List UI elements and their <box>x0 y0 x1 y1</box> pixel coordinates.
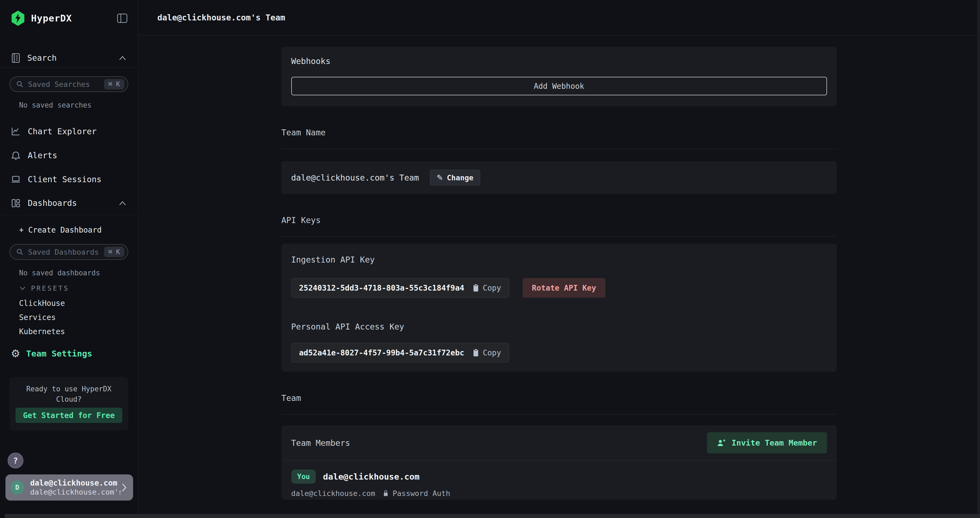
team-name-section-title: Team Name <box>282 128 837 138</box>
nav-label: Alerts <box>28 151 57 160</box>
add-webhook-button[interactable]: Add Webhook <box>291 77 827 95</box>
section-divider <box>282 236 837 237</box>
sidebar-item-dashboards[interactable]: Dashboards <box>0 191 138 215</box>
ingestion-key-copy-chip[interactable]: 25240312-5dd3-4718-803a-55c3c184f9a4 Cop… <box>291 278 509 298</box>
page-title: dale@clickhouse.com's Team <box>158 13 285 22</box>
team-section-title: Team <box>282 393 837 403</box>
clipboard-icon <box>472 348 479 357</box>
clipboard-icon <box>472 284 479 292</box>
member-details: dale@clickhouse.com Password Auth <box>291 489 827 497</box>
pencil-icon: ✎ <box>437 173 443 182</box>
nav-label: Chart Explorer <box>28 127 97 136</box>
get-started-button[interactable]: Get Started for Free <box>16 408 122 423</box>
app-root: HyperDX Search Saved Searches ⌘ K No sav… <box>0 0 980 518</box>
team-name-value: dale@clickhouse.com's Team <box>291 173 419 182</box>
app-title: HyperDX <box>31 13 72 24</box>
user-name: dale@clickhouse.com <box>30 478 121 488</box>
cloud-promo-text: Ready to use HyperDX Cloud? <box>16 384 122 405</box>
personal-key-value: ad52a41e-8027-4f57-99b4-5a7c31f72ebc <box>299 348 465 357</box>
settings-scroll-area[interactable]: Webhooks Add Webhook Team Name dale@clic… <box>138 35 980 518</box>
presets-label: PRESETS <box>31 284 69 292</box>
member-row: You dale@clickhouse.com dale@clickhouse.… <box>282 461 837 500</box>
auth-method: Password Auth <box>393 489 450 497</box>
sidebar-item-client-sessions[interactable]: Client Sessions <box>0 167 138 191</box>
shortcut-badge: ⌘ K <box>104 79 124 89</box>
member-email: dale@clickhouse.com <box>291 489 375 497</box>
vertical-scrollbar[interactable] <box>977 0 980 518</box>
sidebar-item-alerts[interactable]: Alerts <box>0 143 138 167</box>
cloud-promo-line2: Cloud? <box>16 394 122 405</box>
no-saved-dashboards-text: No saved dashboards <box>19 269 138 277</box>
dashboards-icon <box>11 198 21 208</box>
invite-label: Invite Team Member <box>732 438 817 448</box>
create-dashboard-button[interactable]: + Create Dashboard <box>19 225 138 235</box>
ingestion-key-row: 25240312-5dd3-4718-803a-55c3c184f9a4 Cop… <box>291 278 827 298</box>
avatar: D <box>10 480 24 494</box>
cloud-promo-card: Ready to use HyperDX Cloud? Get Started … <box>10 377 128 430</box>
user-meta: dale@clickhouse.com dale@clickhouse.com'… <box>30 478 121 496</box>
team-members-header: Team Members Invite Team Member <box>282 426 837 460</box>
preset-list: ClickHouse Services Kubernetes <box>0 296 138 338</box>
logo-row: HyperDX <box>0 11 138 26</box>
page-header: dale@clickhouse.com's Team <box>138 0 980 35</box>
section-divider <box>282 414 837 414</box>
personal-key-copy-chip[interactable]: ad52a41e-8027-4f57-99b4-5a7c31f72ebc Cop… <box>291 343 509 362</box>
nav-label: Dashboards <box>28 198 77 208</box>
team-members-title: Team Members <box>291 438 350 448</box>
ingestion-key-label: Ingestion API Key <box>291 255 827 265</box>
copy-label: Copy <box>483 284 501 293</box>
api-keys-card: Ingestion API Key 25240312-5dd3-4718-803… <box>282 244 837 372</box>
nav-label: Client Sessions <box>28 175 102 184</box>
user-menu[interactable]: D dale@clickhouse.com dale@clickhouse.co… <box>5 475 133 500</box>
personal-key-label: Personal API Access Key <box>291 322 827 332</box>
laptop-icon <box>11 174 21 184</box>
search-section-label: Search <box>27 53 57 63</box>
sidebar-section-search[interactable]: Search <box>0 48 138 67</box>
saved-dashboards-placeholder: Saved Dashboards <box>28 248 99 256</box>
copy-group: Copy <box>472 284 501 293</box>
sidebar-item-chart-explorer[interactable]: Chart Explorer <box>0 119 138 143</box>
preset-services[interactable]: Services <box>19 310 138 324</box>
chevron-down-icon <box>19 286 26 291</box>
lock-icon <box>383 489 389 497</box>
preset-kubernetes[interactable]: Kubernetes <box>19 324 138 338</box>
sidebar-nav: Chart Explorer Alerts Client Sessions Da… <box>0 119 138 215</box>
saved-searches-placeholder: Saved Searches <box>28 80 90 89</box>
horizontal-scrollbar[interactable] <box>4 514 980 518</box>
invite-team-member-button[interactable]: Invite Team Member <box>707 432 827 453</box>
team-settings-label: Team Settings <box>26 349 92 359</box>
sidebar-collapse-icon[interactable] <box>116 13 128 24</box>
preset-clickhouse[interactable]: ClickHouse <box>19 296 138 310</box>
personal-key-row: ad52a41e-8027-4f57-99b4-5a7c31f72ebc Cop… <box>291 343 827 362</box>
member-name: dale@clickhouse.com <box>323 472 420 481</box>
copy-group: Copy <box>472 348 501 357</box>
team-members-card: Team Members Invite Team Member You dal <box>282 426 837 500</box>
webhooks-title: Webhooks <box>291 56 827 67</box>
no-saved-searches-text: No saved searches <box>19 101 138 110</box>
team-name-card: dale@clickhouse.com's Team ✎ Change <box>282 161 837 194</box>
sidebar: HyperDX Search Saved Searches ⌘ K No sav… <box>0 0 138 518</box>
search-icon <box>16 248 24 256</box>
hyperdx-logo-icon <box>11 11 25 26</box>
gear-icon: ⚙ <box>11 348 20 359</box>
person-plus-icon <box>717 438 726 447</box>
main-area: dale@clickhouse.com's Team Webhooks Add … <box>138 0 980 518</box>
user-team: dale@clickhouse.com's <box>30 488 121 496</box>
api-keys-section-title: API Keys <box>282 215 837 225</box>
saved-dashboards-input[interactable]: Saved Dashboards ⌘ K <box>10 244 128 260</box>
shortcut-badge: ⌘ K <box>104 247 124 257</box>
rotate-api-key-button[interactable]: Rotate API Key <box>523 278 605 298</box>
ingestion-key-value: 25240312-5dd3-4718-803a-55c3c184f9a4 <box>299 284 465 293</box>
you-badge: You <box>291 470 316 484</box>
copy-label: Copy <box>483 348 501 357</box>
search-icon <box>16 80 24 88</box>
saved-searches-input[interactable]: Saved Searches ⌘ K <box>10 76 128 92</box>
webhooks-card: Webhooks Add Webhook <box>282 47 837 106</box>
help-button[interactable]: ? <box>8 453 24 469</box>
change-label: Change <box>447 174 474 182</box>
sidebar-item-team-settings[interactable]: ⚙ Team Settings <box>0 347 138 360</box>
presets-toggle[interactable]: PRESETS <box>19 284 138 292</box>
chevron-up-icon <box>118 55 127 61</box>
chevron-up-icon <box>118 200 127 206</box>
change-team-name-button[interactable]: ✎ Change <box>430 170 480 185</box>
